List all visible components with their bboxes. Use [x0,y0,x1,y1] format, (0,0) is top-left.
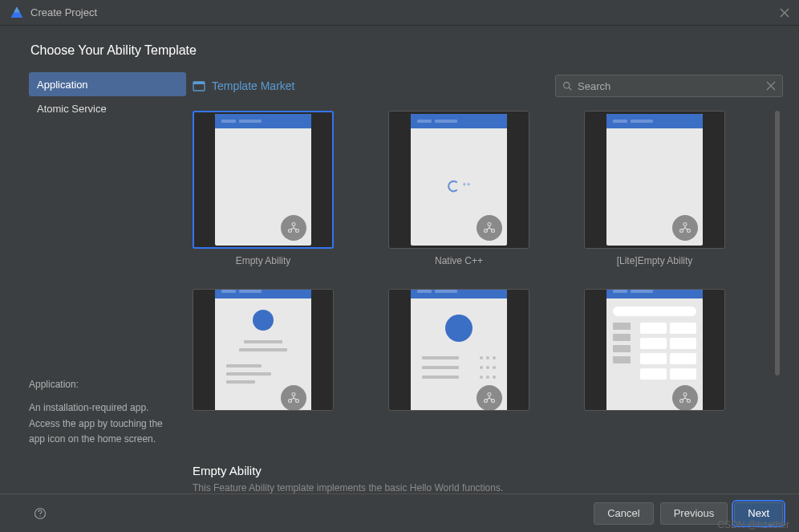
template-card-grid[interactable] [584,289,725,411]
ability-badge-icon [281,385,306,411]
columns: Application Atomic Service Application: … [0,72,799,493]
page-heading: Choose Your Ability Template [0,26,799,72]
template-card-wrap [388,289,529,411]
close-icon[interactable] [780,8,789,18]
toolbar: Template Market [193,72,783,99]
thumbnail [606,289,703,411]
sidebar-item-label: Atomic Service [37,103,107,115]
detail-description: This Feature Ability template implements… [193,482,783,493]
ability-badge-icon [672,215,698,241]
template-label: Native C++ [435,255,483,266]
sidebar-item-label: Application [37,79,88,91]
svg-point-10 [683,223,687,226]
cpp-icon: ++ [447,179,471,193]
svg-rect-1 [193,82,205,84]
template-market-link[interactable]: Template Market [212,79,294,92]
search-input[interactable] [578,80,761,92]
window-title: Create Project [30,6,780,18]
thumbnail [606,114,703,246]
thumbnail [411,289,507,411]
template-card-wrap: ++ Native C++ [388,111,529,266]
svg-point-23 [39,515,40,516]
main-panel: Template Market [193,72,799,493]
template-detail: Empty Ability This Feature Ability templ… [193,454,783,493]
svg-point-2 [564,82,570,87]
sidebar: Application Atomic Service Application: … [29,72,193,493]
template-label: [Lite]Empty Ability [617,255,693,266]
search-box[interactable] [555,75,783,97]
sidebar-description: Application: An installation-required ap… [29,377,193,447]
template-card-wrap: Empty Ability [193,111,334,266]
template-card-wrap [193,289,334,411]
thumbnail [215,114,311,246]
thumbnail: ++ [411,114,507,246]
svg-point-4 [292,223,295,226]
detail-title: Empty Ability [193,464,783,477]
svg-point-16 [488,393,491,396]
template-card-lite-empty-ability[interactable] [584,111,725,249]
template-label: Empty Ability [236,255,291,266]
svg-point-13 [292,393,295,396]
template-card-wrap [584,289,725,411]
app-logo-icon [10,6,24,20]
desc-title: Application: [29,377,176,392]
template-grid-scroll[interactable]: Empty Ability ++ [193,111,783,454]
market-icon [193,79,205,92]
ability-badge-icon [672,385,698,411]
template-card-native-cpp[interactable]: ++ [388,111,529,249]
watermark: CSDN @hzether [717,519,789,530]
template-grid: Empty Ability ++ [193,111,783,411]
sidebar-item-application[interactable]: Application [29,72,186,96]
template-card-profile[interactable] [193,289,334,411]
template-card-empty-ability[interactable] [193,111,334,249]
sidebar-item-atomic-service[interactable]: Atomic Service [29,96,186,120]
dialog-body: Choose Your Ability Template Application… [0,26,799,532]
template-card-list[interactable] [388,289,529,411]
ability-badge-icon [477,385,502,411]
thumbnail [215,289,311,411]
help-icon[interactable] [34,507,47,520]
svg-point-19 [683,393,687,396]
desc-body: An installation-required app. Access the… [29,400,176,447]
footer: Cancel Previous Next [0,493,799,532]
search-icon [562,81,573,91]
template-card-wrap: [Lite]Empty Ability [584,111,725,266]
ability-badge-icon [281,215,306,241]
cancel-button[interactable]: Cancel [594,502,653,525]
scrollbar[interactable] [775,111,780,414]
svg-point-7 [488,223,491,226]
ability-badge-icon [477,215,502,241]
clear-icon[interactable] [766,81,776,91]
svg-line-3 [569,87,571,90]
titlebar: Create Project [0,0,799,26]
